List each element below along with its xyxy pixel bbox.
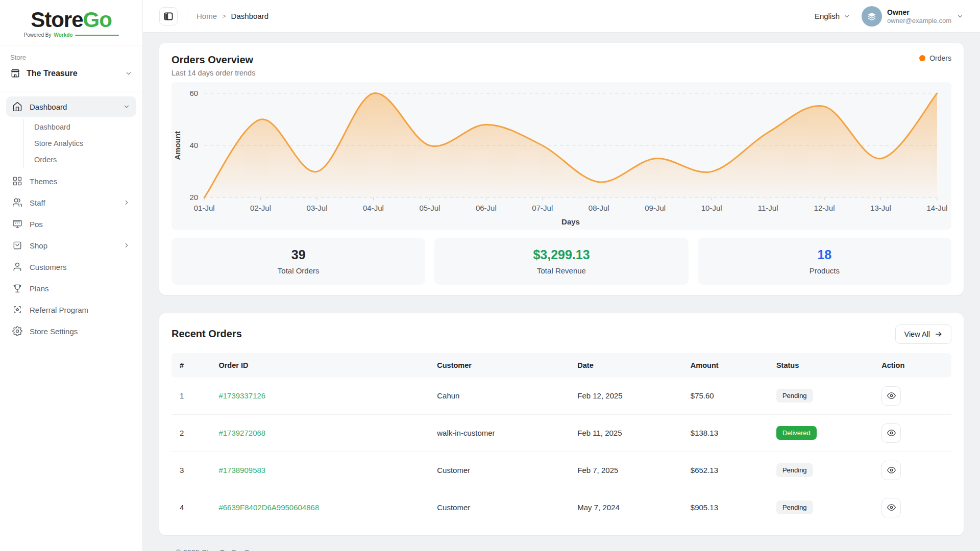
user-email: owner@example.com bbox=[887, 17, 951, 24]
svg-text:01-Jul: 01-Jul bbox=[194, 204, 215, 212]
sidebar-item-label: Shop bbox=[30, 241, 116, 250]
svg-text:05-Jul: 05-Jul bbox=[419, 204, 440, 212]
products-label: Products bbox=[810, 266, 840, 275]
view-order-button[interactable] bbox=[881, 386, 901, 406]
svg-text:13-Jul: 13-Jul bbox=[870, 204, 891, 212]
table-row: 4 #6639F8402D6A9950604868 Customer May 7… bbox=[172, 489, 951, 526]
logo-text: StoreGo bbox=[31, 9, 112, 31]
table-header-row: # Order ID Customer Date Amount Status A… bbox=[172, 353, 951, 378]
orders-area-chart[interactable]: 20406001-Jul02-Jul03-Jul04-Jul05-Jul06-J… bbox=[172, 82, 951, 230]
avatar bbox=[862, 6, 882, 27]
eye-icon bbox=[887, 466, 896, 474]
svg-text:Days: Days bbox=[561, 217, 580, 226]
sidebar-item-label: Plans bbox=[30, 284, 130, 293]
order-id-link[interactable]: #1739272068 bbox=[218, 429, 265, 437]
eye-icon bbox=[887, 391, 896, 400]
chevron-down-icon bbox=[125, 70, 132, 77]
row-index: 4 bbox=[172, 489, 210, 526]
pos-terminal-icon bbox=[12, 219, 22, 229]
chevron-down-icon bbox=[123, 103, 130, 110]
logo-part-go: Go bbox=[83, 8, 112, 32]
order-id-link[interactable]: #1738909583 bbox=[218, 466, 265, 474]
sidebar-item-store-settings[interactable]: Store Settings bbox=[6, 321, 136, 341]
trophy-icon bbox=[12, 283, 22, 293]
total-orders-value: 39 bbox=[291, 247, 306, 262]
sidebar-item-staff[interactable]: Staff bbox=[6, 192, 136, 213]
language-label: English bbox=[815, 12, 840, 20]
sidebar-item-label: Staff bbox=[30, 198, 116, 207]
arrow-right-icon bbox=[935, 330, 943, 338]
sidebar-item-label: Store Settings bbox=[30, 327, 130, 336]
language-selector[interactable]: English bbox=[815, 12, 850, 20]
sidebar-item-referral-program[interactable]: Referral Program bbox=[6, 299, 136, 320]
view-order-button[interactable] bbox=[881, 461, 901, 480]
table-row: 1 #1739337126 Cahun Feb 12, 2025 $75.60 … bbox=[172, 378, 951, 415]
overview-title: Orders Overview bbox=[172, 54, 255, 66]
powered-by: Powered By Workdo bbox=[24, 32, 119, 38]
svg-text:Amount: Amount bbox=[173, 131, 182, 160]
sidebar-nav: Dashboard Dashboard Store Analytics Orde… bbox=[0, 96, 142, 551]
order-id-link[interactable]: #6639F8402D6A9950604868 bbox=[218, 503, 319, 512]
status-badge: Delivered bbox=[776, 426, 817, 440]
eye-icon bbox=[887, 429, 896, 437]
sidebar-item-themes[interactable]: Themes bbox=[6, 171, 136, 191]
topbar: Home > Dashboard English Owner owner@exa… bbox=[143, 0, 980, 33]
users-icon bbox=[12, 197, 22, 208]
status-badge: Pending bbox=[776, 389, 813, 403]
chevron-right-icon bbox=[123, 242, 130, 249]
breadcrumb-home-link[interactable]: Home bbox=[197, 12, 217, 20]
svg-text:09-Jul: 09-Jul bbox=[645, 204, 666, 212]
shopping-bag-icon bbox=[12, 240, 22, 251]
submenu-item-orders[interactable]: Orders bbox=[31, 152, 136, 168]
footer-copyright: © 2025 StoreGo SaaS bbox=[159, 535, 964, 551]
dashboard-submenu: Dashboard Store Analytics Orders bbox=[23, 119, 136, 168]
gear-icon bbox=[12, 326, 22, 336]
submenu-item-store-analytics[interactable]: Store Analytics bbox=[31, 135, 136, 152]
logo-part-store: Store bbox=[31, 8, 83, 32]
date-cell: Feb 11, 2025 bbox=[569, 414, 682, 452]
view-order-button[interactable] bbox=[881, 498, 901, 517]
sidebar-toggle-button[interactable] bbox=[159, 7, 178, 26]
date-cell: Feb 12, 2025 bbox=[569, 378, 682, 415]
sidebar-item-label: Referral Program bbox=[30, 306, 130, 314]
svg-text:60: 60 bbox=[189, 89, 198, 97]
total-revenue-label: Total Revenue bbox=[537, 266, 586, 275]
col-header-amount: Amount bbox=[682, 353, 768, 378]
sidebar-divider bbox=[0, 91, 142, 91]
orders-chart-container: 20406001-Jul02-Jul03-Jul04-Jul05-Jul06-J… bbox=[172, 82, 951, 230]
order-id-link[interactable]: #1739337126 bbox=[218, 391, 265, 400]
col-header-status: Status bbox=[768, 353, 873, 378]
breadcrumb-separator: > bbox=[222, 12, 226, 20]
sidebar-item-plans[interactable]: Plans bbox=[6, 278, 136, 298]
chart-legend-orders[interactable]: Orders bbox=[919, 54, 951, 62]
store-section-label: Store bbox=[10, 54, 132, 61]
amount-cell: $75.60 bbox=[682, 378, 768, 415]
powered-by-line bbox=[75, 35, 118, 36]
svg-text:08-Jul: 08-Jul bbox=[589, 204, 609, 212]
total-revenue-value: $3,299.13 bbox=[533, 247, 590, 262]
svg-text:02-Jul: 02-Jul bbox=[250, 204, 271, 212]
stats-row: 39 Total Orders $3,299.13 Total Revenue … bbox=[172, 238, 951, 285]
sidebar-item-pos[interactable]: Pos bbox=[6, 214, 136, 234]
logo: StoreGo Powered By Workdo bbox=[0, 0, 142, 45]
view-all-button[interactable]: View All bbox=[895, 324, 951, 344]
customer-cell: Cahun bbox=[429, 378, 569, 415]
chevron-down-icon bbox=[957, 13, 964, 20]
store-selector[interactable]: The Treasure bbox=[10, 68, 132, 79]
view-order-button[interactable] bbox=[881, 423, 901, 443]
sidebar-item-shop[interactable]: Shop bbox=[6, 235, 136, 256]
col-header-index: # bbox=[172, 353, 210, 378]
user-menu[interactable]: Owner owner@example.com bbox=[862, 6, 964, 27]
avatar-building-icon bbox=[866, 11, 877, 22]
submenu-item-dashboard[interactable]: Dashboard bbox=[31, 119, 136, 135]
customer-cell: Customer bbox=[429, 489, 569, 526]
sidebar-item-dashboard[interactable]: Dashboard bbox=[6, 96, 136, 117]
sidebar-item-customers[interactable]: Customers bbox=[6, 257, 136, 277]
main-area: Home > Dashboard English Owner owner@exa… bbox=[143, 0, 980, 551]
amount-cell: $905.13 bbox=[682, 489, 768, 526]
svg-text:20: 20 bbox=[189, 193, 198, 202]
sidebar: StoreGo Powered By Workdo Store The Trea… bbox=[0, 0, 143, 551]
svg-text:12-Jul: 12-Jul bbox=[814, 204, 835, 212]
sidebar-item-label: Themes bbox=[30, 177, 130, 186]
svg-text:11-Jul: 11-Jul bbox=[758, 204, 778, 212]
